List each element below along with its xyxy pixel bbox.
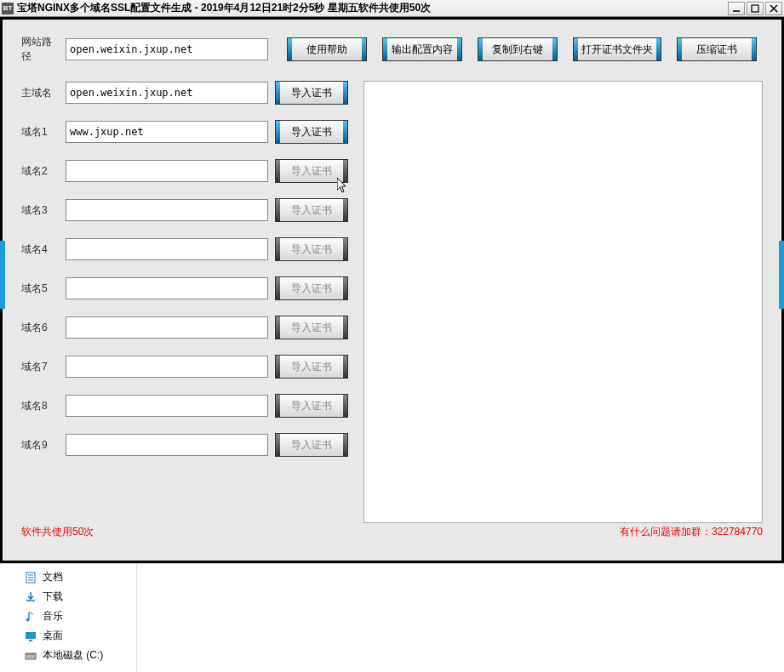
- file-explorer: 文档下载音乐桌面本地磁盘 (C:): [0, 563, 784, 672]
- domain-8-label: 域名8: [21, 399, 59, 413]
- window-titlebar: BT 宝塔NGINX多个域名SSL配置文件生成 - 2019年4月12日21时2…: [0, 0, 784, 17]
- compress-cert-button[interactable]: 压缩证书: [677, 37, 757, 61]
- svg-point-13: [33, 657, 35, 658]
- domain-7-input[interactable]: [66, 356, 268, 378]
- svg-point-8: [26, 618, 30, 621]
- output-config-button[interactable]: 输出配置内容: [382, 37, 462, 61]
- import-cert-4-button: 导入证书: [275, 237, 348, 261]
- explorer-item-disk[interactable]: 本地磁盘 (C:): [0, 646, 136, 665]
- window-title: 宝塔NGINX多个域名SSL配置文件生成 - 2019年4月12日21时2分5秒…: [17, 1, 728, 15]
- domain-9-label: 域名9: [21, 438, 59, 453]
- explorer-item-download[interactable]: 下载: [0, 587, 136, 607]
- domain-form: 主域名 导入证书 域名1 导入证书 域名2 导入证书 域名3 导入证书 域名4 …: [21, 81, 348, 523]
- import-cert-9-button: 导入证书: [275, 433, 348, 457]
- import-cert-8-button: 导入证书: [275, 394, 348, 418]
- domain-4-label: 域名4: [21, 242, 59, 257]
- import-cert-6-button: 导入证书: [275, 316, 348, 339]
- site-path-label: 网站路径: [21, 35, 59, 64]
- explorer-item-label: 下载: [43, 589, 63, 604]
- maximize-button[interactable]: [747, 2, 764, 15]
- import-cert-3-button: 导入证书: [275, 198, 348, 222]
- doc-icon: [24, 571, 37, 584]
- explorer-item-desktop[interactable]: 桌面: [0, 626, 136, 646]
- domain-9-input[interactable]: [66, 434, 268, 456]
- usage-count-text: 软件共使用50次: [21, 525, 94, 539]
- domain-5-input[interactable]: [66, 277, 268, 299]
- domain-3-input[interactable]: [66, 199, 268, 221]
- domain-3-label: 域名3: [21, 203, 59, 218]
- copy-right-button[interactable]: 复制到右键: [478, 37, 558, 61]
- download-icon: [24, 590, 37, 604]
- domain-6-input[interactable]: [66, 316, 268, 339]
- svg-rect-9: [26, 632, 36, 639]
- domain-1-label: 域名1: [21, 125, 59, 140]
- svg-rect-1: [752, 5, 758, 12]
- domain-2-input[interactable]: [66, 160, 268, 182]
- close-button[interactable]: [765, 2, 782, 15]
- explorer-item-doc[interactable]: 文档: [0, 567, 136, 587]
- domain-4-input[interactable]: [66, 238, 268, 260]
- app-frame: 网站路径 使用帮助 输出配置内容 复制到右键 打开证书文件夹 压缩证书 主域名 …: [0, 17, 784, 563]
- domain-1-input[interactable]: [66, 121, 268, 143]
- explorer-item-label: 音乐: [43, 609, 63, 624]
- contact-text: 有什么问题请加群：322784770: [620, 525, 763, 539]
- desktop-icon: [24, 629, 37, 643]
- import-cert-2-button: 导入证书: [275, 159, 348, 183]
- explorer-item-label: 本地磁盘 (C:): [43, 648, 103, 663]
- explorer-content: [136, 564, 784, 672]
- domain-2-label: 域名2: [21, 164, 59, 179]
- domain-8-input[interactable]: [66, 395, 268, 417]
- domain-6-label: 域名6: [21, 321, 59, 335]
- domain-5-label: 域名5: [21, 282, 59, 296]
- explorer-item-music[interactable]: 音乐: [0, 607, 136, 626]
- import-cert-5-button: 导入证书: [275, 276, 348, 300]
- explorer-item-label: 文档: [43, 570, 63, 584]
- site-path-input[interactable]: [66, 38, 268, 60]
- main-domain-label: 主域名: [21, 86, 59, 100]
- import-cert-main-button[interactable]: 导入证书: [275, 81, 348, 105]
- disk-icon: [24, 649, 37, 663]
- domain-7-label: 域名7: [21, 360, 59, 374]
- minimize-button[interactable]: [728, 2, 745, 15]
- open-cert-folder-button[interactable]: 打开证书文件夹: [573, 37, 661, 61]
- svg-rect-10: [29, 640, 32, 641]
- svg-rect-12: [26, 653, 36, 655]
- music-icon: [24, 610, 37, 624]
- main-domain-input[interactable]: [66, 82, 268, 104]
- help-button[interactable]: 使用帮助: [287, 37, 367, 61]
- explorer-item-label: 桌面: [43, 629, 63, 643]
- import-cert-7-button: 导入证书: [275, 355, 348, 379]
- explorer-sidebar: 文档下载音乐桌面本地磁盘 (C:): [0, 564, 136, 672]
- import-cert-1-button[interactable]: 导入证书: [275, 120, 348, 144]
- app-icon: BT: [2, 3, 14, 14]
- output-panel: [363, 81, 763, 523]
